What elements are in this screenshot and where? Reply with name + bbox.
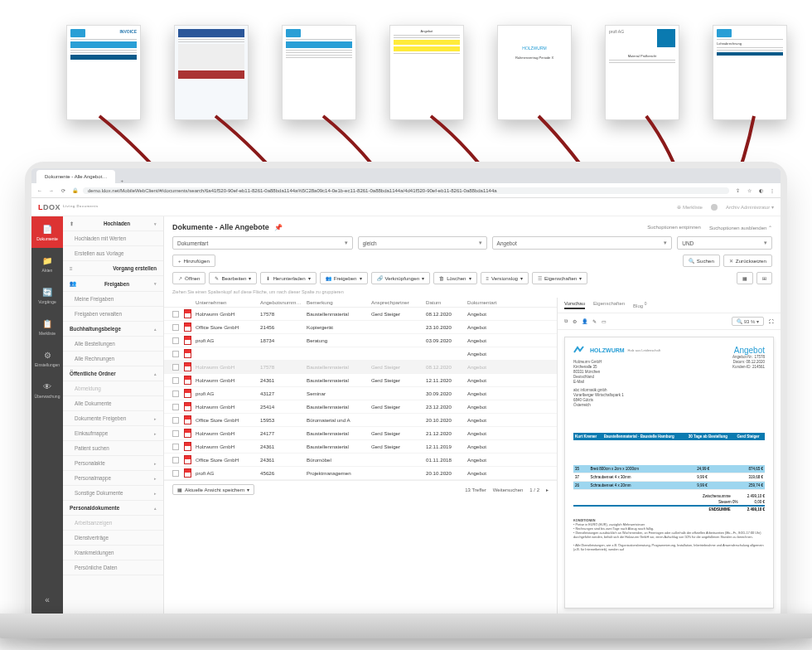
table-row[interactable]: Office Store GmbH24361Büromöbel01.11.201… <box>164 454 557 467</box>
table-row[interactable]: profi AG43127Seminar30.09.2020Angebot <box>164 387 557 400</box>
sidebar-item[interactable]: Personalmappe▸ <box>63 471 163 486</box>
table-row[interactable]: Holzwurm GmbH24361BaustellenmaterialGerd… <box>164 374 557 387</box>
table-row[interactable]: profi AG18734Beratung03.09.2020Angebot <box>164 334 557 347</box>
sidebar-item[interactable]: Personalakte▸ <box>63 456 163 471</box>
row-checkbox[interactable] <box>172 470 179 477</box>
sidebar-item[interactable]: Alle Rechnungen <box>63 352 163 366</box>
links-button[interactable]: 🔗Verknüpfungen▾ <box>371 272 431 284</box>
row-checkbox[interactable] <box>172 351 179 357</box>
browser-tab[interactable]: Dokumente - Alle Angebot… <box>36 170 115 183</box>
rail-collapse[interactable]: « <box>31 584 63 615</box>
sidebar-item[interactable]: Dienstverträge <box>63 531 163 546</box>
filter-field[interactable]: Dokumentart▾ <box>172 236 353 250</box>
pv-stamp-icon[interactable]: ▭ <box>602 318 607 324</box>
search-button[interactable]: 🔍Suchen <box>683 255 720 267</box>
row-checkbox[interactable] <box>172 444 179 450</box>
delete-button[interactable]: 🗑Löschen▾ <box>433 272 476 284</box>
sidebar-item[interactable]: Öffentliche Ordner▴ <box>63 366 163 381</box>
sidebar-item[interactable]: Hochladen mit Werten <box>63 231 163 246</box>
pager[interactable]: 1 / 2 <box>529 488 539 492</box>
sidebar-item[interactable]: Buchhaltungsbelege▴ <box>63 322 163 337</box>
row-checkbox[interactable] <box>172 404 179 410</box>
reset-button[interactable]: ✕Zurücksetzen <box>723 255 772 267</box>
sidebar-item[interactable]: Alle Dokumente <box>63 396 163 411</box>
share-button[interactable]: 👥Freigeben▾ <box>320 272 368 284</box>
table-row[interactable]: Office Store GmbH21456Kopiergerät23.10.2… <box>164 321 557 334</box>
sidebar-item[interactable]: ⬆Hochladen▾ <box>63 216 163 231</box>
url-field[interactable]: demo.ldox.net/MobileWebClient/#/document… <box>83 187 729 194</box>
user-name[interactable]: Archiv Administrator ▾ <box>726 204 774 210</box>
row-checkbox[interactable] <box>172 324 179 331</box>
preview-tab-props[interactable]: Eigenschaften <box>593 301 625 309</box>
table-row[interactable]: Holzwurm GmbH25414BaustellenmaterialGerd… <box>164 400 557 414</box>
view-list-icon[interactable]: ▦ <box>737 272 753 284</box>
sidebar-item[interactable]: Patient suchen <box>63 441 163 456</box>
filter-logic[interactable]: UND▾ <box>677 236 772 250</box>
table-row[interactable]: Holzwurm GmbH24361BaustellenmaterialGerd… <box>164 440 557 454</box>
sidebar-item[interactable]: Meine Freigaben <box>63 292 163 307</box>
save-view-button[interactable]: ▦ Aktuelle Ansicht speichern ▾ <box>172 484 254 495</box>
sidebar-item[interactable]: Alle Bestellungen <box>63 337 163 352</box>
row-checkbox[interactable] <box>172 430 179 437</box>
table-row[interactable]: Holzwurm GmbH17578BaustellenmaterialGerd… <box>164 361 557 374</box>
download-button[interactable]: ⬇Herunterladen▾ <box>260 272 316 284</box>
sidebar-item[interactable]: Dokumente Freigeben▸ <box>63 411 163 426</box>
table-row[interactable]: Holzwurm GmbH17578BaustellenmaterialGerd… <box>164 308 557 321</box>
table-row[interactable]: Office Store GmbH15953Büromaterial und A… <box>164 414 557 427</box>
sidebar-item[interactable]: Krankmeldungen <box>63 546 163 560</box>
versions-button[interactable]: ≡Versionslog▾ <box>481 272 529 284</box>
back-icon[interactable]: ← <box>36 187 43 194</box>
menu-icon[interactable]: ⋮ <box>769 187 776 194</box>
user-avatar-icon[interactable] <box>711 204 718 211</box>
rail-dokumente[interactable]: 📄Dokumente <box>31 216 63 248</box>
sidebar-item[interactable]: Personaldokumente▴ <box>63 501 163 516</box>
props-button[interactable]: ☰Eigenschaften▾ <box>532 272 587 284</box>
reload-icon[interactable]: ⟳ <box>60 187 66 194</box>
sidebar-item[interactable]: ≡Vorgang erstellen <box>63 261 163 276</box>
merkliste-link[interactable]: ⊕ Merkliste <box>677 204 703 210</box>
rail-einstellungen[interactable]: ⚙Einstellungen <box>31 342 63 374</box>
sidebar-item[interactable]: Erstellen aus Vorlage <box>63 246 163 261</box>
filter-op[interactable]: gleich▾ <box>358 236 487 250</box>
sidebar-item[interactable]: 👥Freigaben▾ <box>63 276 163 292</box>
rail-überwachung[interactable]: 👁Überwachung <box>31 374 63 405</box>
pager-next-icon[interactable]: ▸ <box>546 487 549 492</box>
sidebar-item[interactable]: Einkaufmappe▸ <box>63 426 163 441</box>
preview-tab-vorschau[interactable]: Vorschau <box>564 301 585 309</box>
hide-search[interactable]: Suchoptionen ausblenden ⌃ <box>709 225 772 230</box>
rail-akten[interactable]: 📁Akten <box>31 248 63 279</box>
pv-user-icon[interactable]: 👤 <box>582 318 587 324</box>
row-checkbox[interactable] <box>172 364 179 371</box>
profile-icon[interactable]: ◐ <box>757 187 764 194</box>
sidebar-item[interactable]: Freigaben verwalten <box>63 307 163 322</box>
pv-copy-icon[interactable]: ⧉ <box>564 318 568 324</box>
search-next[interactable]: Weitersuchen <box>493 488 524 492</box>
pv-gear-icon[interactable]: ⚙ <box>573 318 577 324</box>
rail-merkliste[interactable]: 📋Merkliste <box>31 311 63 342</box>
forward-icon[interactable]: → <box>48 187 55 194</box>
row-checkbox[interactable] <box>172 337 179 344</box>
preview-tab-blog[interactable]: Blog 0 <box>633 301 646 309</box>
row-checkbox[interactable] <box>172 311 179 318</box>
edit-button[interactable]: ✎Bearbeiten▾ <box>209 272 257 284</box>
table-row[interactable]: profi AG45626Projektmanagemen20.10.2020A… <box>164 467 557 480</box>
row-checkbox[interactable] <box>172 377 179 384</box>
filter-value[interactable]: Angebot▾ <box>492 236 673 250</box>
row-checkbox[interactable] <box>172 457 179 463</box>
rail-vorgänge[interactable]: 🔄Vorgänge <box>31 279 63 311</box>
zoom-control[interactable]: 🔍 93 % ▾ <box>732 317 764 326</box>
sidebar-item[interactable]: Arbeitsanzeigen <box>63 516 163 531</box>
pv-pencil-icon[interactable]: ✎ <box>592 318 597 324</box>
pin-icon[interactable]: 📌 <box>274 224 283 231</box>
sidebar-item[interactable]: Abmeldung <box>63 381 163 396</box>
row-checkbox[interactable] <box>172 390 179 397</box>
sidebar-item[interactable]: Persönliche Daten <box>63 560 163 575</box>
star-icon[interactable]: ☆ <box>746 187 752 194</box>
table-row[interactable]: Holzwurm GmbH24177BaustellenmaterialGerd… <box>164 427 557 440</box>
unpin-search[interactable]: Suchoptionen entpinnen <box>647 225 701 230</box>
table-row[interactable]: Angebot <box>164 347 557 361</box>
pv-expand-icon[interactable]: ⛶ <box>769 319 774 324</box>
view-grid-icon[interactable]: ⊞ <box>756 272 772 284</box>
row-checkbox[interactable] <box>172 417 179 424</box>
open-button[interactable]: ↗Öffnen <box>172 272 205 284</box>
